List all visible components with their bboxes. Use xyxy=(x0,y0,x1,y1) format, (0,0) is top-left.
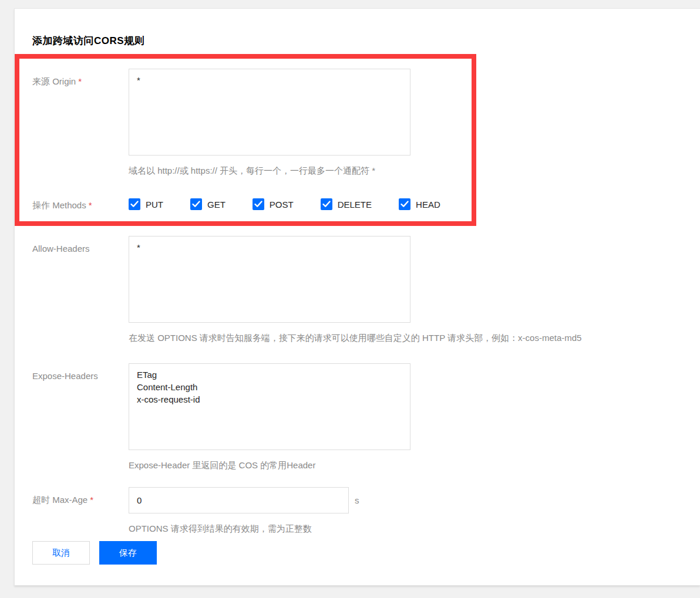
form-actions: 取消 保存 xyxy=(15,541,700,565)
method-checkbox-label: POST xyxy=(270,200,294,210)
allow-headers-help-text: 在发送 OPTIONS 请求时告知服务端，接下来的请求可以使用哪些自定义的 HT… xyxy=(129,332,581,344)
method-checkbox-label: HEAD xyxy=(416,200,440,210)
expose-headers-help-text: Expose-Header 里返回的是 COS 的常用Header xyxy=(129,459,410,472)
checkbox-checked-icon[interactable] xyxy=(321,198,332,210)
cancel-button[interactable]: 取消 xyxy=(32,541,90,565)
method-checkbox-item-put[interactable]: PUT xyxy=(129,198,163,210)
required-asterisk: * xyxy=(89,200,92,210)
max-age-unit: s xyxy=(355,495,359,505)
checkbox-checked-icon[interactable] xyxy=(253,198,264,210)
required-asterisk: * xyxy=(78,76,82,86)
save-button[interactable]: 保存 xyxy=(99,541,157,565)
methods-row: 操作 Methods* PUTGETPOSTDELETEHEAD xyxy=(15,198,700,211)
methods-checkbox-group: PUTGETPOSTDELETEHEAD xyxy=(129,198,467,210)
method-checkbox-label: PUT xyxy=(146,200,163,210)
page-title: 添加跨域访问CORS规则 xyxy=(15,9,700,48)
checkbox-checked-icon[interactable] xyxy=(190,198,202,210)
expose-headers-row: Expose-Headers ETag Content-Length x-cos… xyxy=(15,363,700,472)
max-age-help-text: OPTIONS 请求得到结果的有效期，需为正整数 xyxy=(129,522,359,535)
origin-textarea[interactable]: * xyxy=(129,69,410,156)
method-checkbox-item-head[interactable]: HEAD xyxy=(399,198,440,210)
expose-headers-label: Expose-Headers xyxy=(32,363,129,381)
allow-headers-textarea[interactable]: * xyxy=(129,236,410,323)
method-checkbox-label: GET xyxy=(207,200,226,210)
max-age-row: 超时 Max-Age* s OPTIONS 请求得到结果的有效期，需为正整数 xyxy=(15,487,700,535)
cors-rule-panel: 添加跨域访问CORS规则 来源 Origin* * 域名以 http://或 h… xyxy=(14,8,700,586)
method-checkbox-item-delete[interactable]: DELETE xyxy=(321,198,372,210)
checkbox-checked-icon[interactable] xyxy=(399,198,410,210)
origin-help-text: 域名以 http://或 https:// 开头，每行一个，一行最多一个通配符 … xyxy=(129,164,410,177)
method-checkbox-item-get[interactable]: GET xyxy=(190,198,226,210)
required-asterisk: * xyxy=(90,495,93,505)
origin-row: 来源 Origin* * 域名以 http://或 https:// 开头，每行… xyxy=(15,69,700,177)
max-age-label: 超时 Max-Age* xyxy=(32,487,129,506)
methods-label: 操作 Methods* xyxy=(32,198,129,211)
allow-headers-row: Allow-Headers * 在发送 OPTIONS 请求时告知服务端，接下来… xyxy=(15,236,700,344)
expose-headers-textarea[interactable]: ETag Content-Length x-cos-request-id xyxy=(129,363,410,450)
cors-form: 来源 Origin* * 域名以 http://或 https:// 开头，每行… xyxy=(15,69,700,565)
max-age-input[interactable] xyxy=(129,487,349,513)
origin-label: 来源 Origin* xyxy=(32,69,129,87)
checkbox-checked-icon[interactable] xyxy=(129,198,140,210)
method-checkbox-label: DELETE xyxy=(338,200,372,210)
allow-headers-label: Allow-Headers xyxy=(32,236,129,254)
method-checkbox-item-post[interactable]: POST xyxy=(253,198,294,210)
